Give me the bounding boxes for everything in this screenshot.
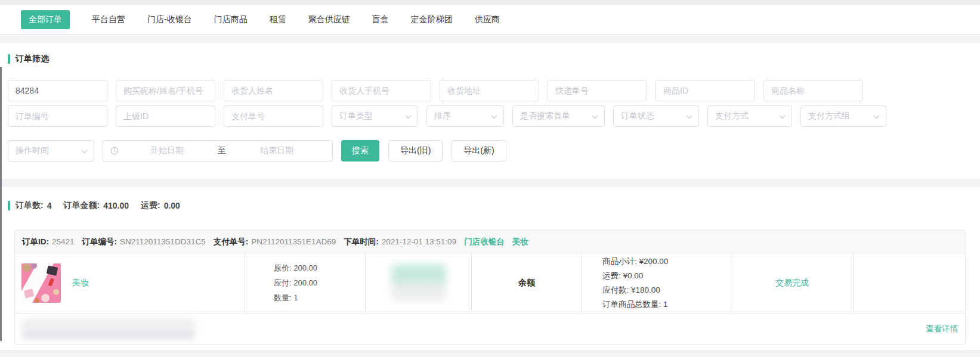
product-name-input[interactable] xyxy=(763,80,863,101)
consignee-phone-input[interactable] xyxy=(332,80,431,101)
parent-id-input[interactable] xyxy=(116,105,215,127)
tab-supply-chain[interactable]: 聚合供应链 xyxy=(308,10,350,29)
order-id-input[interactable] xyxy=(8,80,107,101)
buyer-remark-redacted xyxy=(22,319,195,339)
sort-select[interactable]: 排序 xyxy=(426,105,504,127)
chevron-down-icon xyxy=(491,113,497,119)
consignee-name-input[interactable] xyxy=(224,80,323,101)
product-id-input[interactable] xyxy=(656,80,755,101)
order-card: 订单ID: 25421 订单编号: SN2112011351DD31C5 支付单… xyxy=(14,230,966,344)
product-cell: 美妆 xyxy=(15,253,245,313)
pay-no-label: 支付单号: xyxy=(214,237,249,247)
pay-no-value: PN2112011351E1AD69 xyxy=(251,237,336,246)
date-range-separator: 至 xyxy=(215,145,228,156)
product-image xyxy=(21,263,61,303)
quantity-row: 数量: 1 xyxy=(274,293,365,303)
customer-info-redacted xyxy=(391,265,446,302)
chevron-down-icon xyxy=(687,113,693,119)
search-button[interactable]: 搜索 xyxy=(341,140,379,162)
chevron-down-icon xyxy=(592,113,598,119)
tab-store-goods[interactable]: 门店商品 xyxy=(214,10,248,29)
sort-placeholder: 排序 xyxy=(434,111,451,122)
first-order-select[interactable]: 是否搜索首单 xyxy=(512,105,605,127)
subtotal-row: 商品小计: ¥200.00 xyxy=(602,256,731,267)
spacer xyxy=(0,35,980,43)
first-order-placeholder: 是否搜索首单 xyxy=(520,111,570,122)
filter-row-2: 订单类型 排序 是否搜索首单 订单状态 支付方式 支付方式组 xyxy=(8,105,972,127)
orders-count-label: 订单数: xyxy=(16,200,44,211)
chevron-down-icon xyxy=(406,113,412,119)
pay-method-placeholder: 支付方式 xyxy=(715,111,749,122)
payment-method-cell: 余额 xyxy=(472,253,582,313)
orders-amount-value: 410.00 xyxy=(103,201,129,210)
top-strip xyxy=(0,0,980,5)
accent-bar xyxy=(8,201,10,210)
order-type-select[interactable]: 订单类型 xyxy=(332,105,418,127)
end-date-placeholder[interactable]: 结束日期 xyxy=(228,145,325,156)
operate-time-select[interactable]: 操作时间 xyxy=(8,140,94,162)
tab-platform-self[interactable]: 平台自营 xyxy=(92,10,125,29)
date-range-picker[interactable]: 开始日期 至 结束日期 xyxy=(103,140,333,162)
tab-blind-box[interactable]: 盲盒 xyxy=(372,10,389,29)
freight-label: 运费: xyxy=(141,200,160,211)
order-filter-panel: 订单筛选 订单类型 排序 是否搜索首单 订单状态 支付方 xyxy=(0,43,980,179)
order-row: 美妆 原价: 200.00 应付: 200.00 数量: 1 余额 商品小计: … xyxy=(15,253,965,313)
export-old-button[interactable]: 导出(旧) xyxy=(388,140,443,162)
chevron-down-icon xyxy=(780,113,786,119)
order-status-placeholder: 订单状态 xyxy=(621,111,654,122)
order-tabs: 全部订单 平台自营 门店-收银台 门店商品 租赁 聚合供应链 盲盒 定金阶梯团 … xyxy=(0,5,980,35)
total-quantity-row: 订单商品总数量: 1 xyxy=(602,299,731,310)
export-new-button[interactable]: 导出(新) xyxy=(452,140,506,162)
tab-rental[interactable]: 租赁 xyxy=(270,10,286,29)
filter-row-1 xyxy=(8,80,972,101)
chevron-down-icon xyxy=(874,113,880,119)
payable-price-row: 应付: 200.00 xyxy=(274,278,365,288)
tab-supplier[interactable]: 供应商 xyxy=(475,10,500,29)
view-detail-link[interactable]: 查看详情 xyxy=(926,324,958,334)
tab-deposit-group[interactable]: 定金阶梯团 xyxy=(411,10,453,29)
bottom-strip xyxy=(0,350,980,357)
order-id-label: 订单ID: xyxy=(22,237,49,247)
order-card-footer: 查看详情 xyxy=(15,313,965,344)
order-no-input[interactable] xyxy=(8,105,107,127)
original-price-row: 原价: 200.00 xyxy=(274,263,365,274)
order-status-select[interactable]: 订单状态 xyxy=(613,105,699,127)
order-type-placeholder: 订单类型 xyxy=(339,111,373,122)
pay-method-group-select[interactable]: 支付方式组 xyxy=(800,105,886,127)
spacer xyxy=(0,179,980,187)
tab-store-cashier[interactable]: 门店-收银台 xyxy=(147,10,192,29)
operate-time-placeholder: 操作时间 xyxy=(16,145,49,156)
filter-section-header: 订单筛选 xyxy=(8,54,972,64)
accent-bar xyxy=(8,54,10,64)
customer-cell xyxy=(366,253,472,313)
filter-row-3: 操作时间 开始日期 至 结束日期 搜索 导出(旧) 导出(新) xyxy=(8,140,972,162)
price-cell: 原价: 200.00 应付: 200.00 数量: 1 xyxy=(245,253,366,313)
order-status-cell: 交易完成 xyxy=(731,253,854,313)
amount-due-row: 应付款: ¥180.00 xyxy=(602,285,731,296)
pay-no-input[interactable] xyxy=(224,105,323,127)
order-id-value: 25421 xyxy=(52,237,75,246)
freight-value: 0.00 xyxy=(164,201,180,210)
left-scrollbar[interactable] xyxy=(0,67,2,341)
order-summary: 订单数: 4 订单金额: 410.00 运费: 0.00 xyxy=(8,200,980,211)
clock-icon xyxy=(110,147,119,155)
order-no-label: 订单编号: xyxy=(82,237,118,247)
orders-count-value: 4 xyxy=(47,201,52,210)
order-category-tag: 美妆 xyxy=(512,237,528,247)
buyer-input[interactable] xyxy=(116,80,215,101)
order-no-value: SN2112011351DD31C5 xyxy=(120,237,206,246)
address-input[interactable] xyxy=(440,80,539,101)
product-name-link[interactable]: 美妆 xyxy=(72,278,89,288)
order-time-value: 2021-12-01 13:51:09 xyxy=(382,237,456,246)
tracking-no-input[interactable] xyxy=(548,80,647,101)
order-card-header: 订单ID: 25421 订单编号: SN2112011351DD31C5 支付单… xyxy=(15,231,965,253)
chevron-down-icon xyxy=(82,147,88,153)
start-date-placeholder[interactable]: 开始日期 xyxy=(119,145,215,156)
order-time-label: 下单时间: xyxy=(344,237,379,247)
filter-section-title: 订单筛选 xyxy=(16,54,49,64)
totals-cell: 商品小计: ¥200.00 运费: ¥0.00 应付款: ¥180.00 订单商… xyxy=(582,253,731,313)
tab-all-orders[interactable]: 全部订单 xyxy=(21,10,70,29)
pay-method-select[interactable]: 支付方式 xyxy=(707,105,792,127)
actions-cell xyxy=(854,253,965,313)
freight-row: 运费: ¥0.00 xyxy=(602,271,731,281)
